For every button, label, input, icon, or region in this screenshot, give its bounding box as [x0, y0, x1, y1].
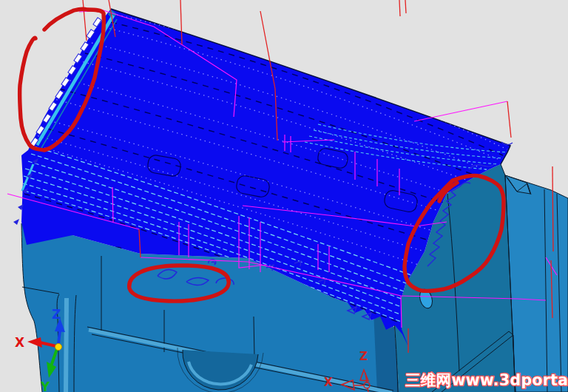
z-axis-label: Z [52, 307, 61, 322]
x-axis-label: X [15, 335, 24, 350]
y-axis-label: Y [40, 379, 50, 392]
watermark: 三维网www.3dportal.cn [405, 371, 568, 389]
cad-viewport[interactable]: X Y Z Z X 三维网www.3dportal.cn [0, 0, 568, 392]
axis-origin-ball [55, 344, 62, 351]
wcs-x-label: X [324, 376, 333, 389]
wcs-z-label: Z [359, 350, 368, 363]
